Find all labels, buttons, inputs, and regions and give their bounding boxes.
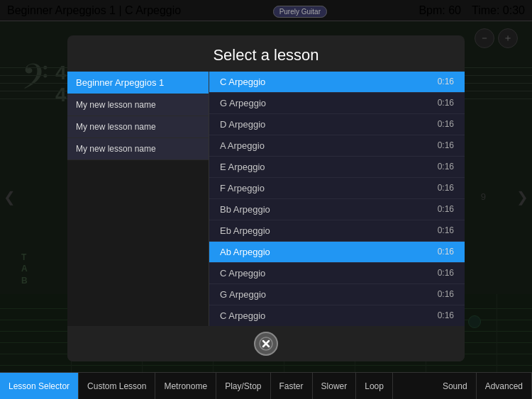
bpm-display: Bpm: 60 — [419, 4, 461, 17]
lesson-item-3[interactable]: My new lesson name — [67, 138, 209, 160]
track-name-3: A Arpeggio — [220, 140, 265, 151]
track-item-5[interactable]: F Arpeggio0:16 — [209, 178, 465, 199]
track-name-10: G Arpeggio — [220, 289, 266, 300]
titlebar: Beginner Arpeggios 1 | C Arpeggio Purely… — [0, 0, 532, 21]
custom-lesson-button[interactable]: Custom Lesson — [79, 373, 155, 399]
track-item-2[interactable]: D Arpeggio0:16 — [209, 114, 465, 135]
track-item-11[interactable]: C Arpeggio0:16 — [209, 305, 465, 326]
track-time-9: 0:16 — [438, 268, 454, 279]
toolbar-spacer — [393, 373, 434, 399]
sound-button[interactable]: Sound — [434, 373, 477, 399]
logo: Purely Guitar — [273, 4, 327, 17]
track-list[interactable]: C Arpeggio0:16G Arpeggio0:16D Arpeggio0:… — [209, 72, 465, 326]
track-time-7: 0:16 — [438, 225, 454, 236]
track-time-1: 0:16 — [438, 98, 454, 108]
lesson-selector-button[interactable]: Lesson Selector — [0, 373, 79, 399]
track-item-7[interactable]: Eb Arpeggio0:16 — [209, 220, 465, 242]
modal-content: Beginner Arpeggios 1My new lesson nameMy… — [67, 72, 465, 326]
loop-button[interactable]: Loop — [356, 373, 393, 399]
toolbar: Lesson SelectorCustom LessonMetronomePla… — [0, 372, 532, 399]
track-name-0: C Arpeggio — [220, 77, 265, 87]
track-time-3: 0:16 — [438, 140, 454, 151]
track-item-1[interactable]: G Arpeggio0:16 — [209, 93, 465, 114]
track-item-3[interactable]: A Arpeggio0:16 — [209, 135, 465, 157]
close-button[interactable] — [254, 332, 278, 356]
modal-title: Select a lesson — [67, 35, 465, 72]
faster-button[interactable]: Faster — [271, 373, 313, 399]
lesson-item-2[interactable]: My new lesson name — [67, 116, 209, 138]
track-name-5: F Arpeggio — [220, 183, 265, 193]
lesson-selector-modal: Select a lesson Beginner Arpeggios 1My n… — [67, 35, 465, 361]
lesson-item-1[interactable]: My new lesson name — [67, 94, 209, 116]
track-time-0: 0:16 — [438, 77, 454, 87]
track-time-4: 0:16 — [438, 162, 454, 172]
slower-button[interactable]: Slower — [313, 373, 357, 399]
track-name-4: E Arpeggio — [220, 162, 265, 172]
metronome-button[interactable]: Metronome — [155, 373, 216, 399]
track-time-2: 0:16 — [438, 119, 454, 130]
track-time-5: 0:16 — [438, 183, 454, 193]
title-text: Beginner Arpeggios 1 | C Arpeggio — [7, 4, 181, 17]
track-name-2: D Arpeggio — [220, 119, 265, 130]
track-time-6: 0:16 — [438, 204, 454, 215]
track-time-11: 0:16 — [438, 310, 454, 321]
lesson-item-0[interactable]: Beginner Arpeggios 1 — [67, 72, 209, 94]
advanced-button[interactable]: Advanced — [477, 373, 532, 399]
lesson-list[interactable]: Beginner Arpeggios 1My new lesson nameMy… — [67, 72, 209, 326]
modal-overlay: Select a lesson Beginner Arpeggios 1My n… — [0, 21, 532, 372]
track-item-8[interactable]: Ab Arpeggio0:16 — [209, 242, 465, 263]
track-name-11: C Arpeggio — [220, 310, 265, 321]
track-item-4[interactable]: E Arpeggio0:16 — [209, 157, 465, 178]
track-item-10[interactable]: G Arpeggio0:16 — [209, 284, 465, 305]
track-name-8: Ab Arpeggio — [220, 247, 270, 257]
track-item-0[interactable]: C Arpeggio0:16 — [209, 72, 465, 93]
track-item-9[interactable]: C Arpeggio0:16 — [209, 263, 465, 284]
track-item-6[interactable]: Bb Arpeggio0:16 — [209, 199, 465, 220]
close-button-container — [67, 326, 465, 361]
track-name-1: G Arpeggio — [220, 98, 266, 108]
track-name-6: Bb Arpeggio — [220, 204, 270, 215]
track-name-7: Eb Arpeggio — [220, 225, 270, 236]
bpm-time: Bpm: 60 Time: 0:30 — [419, 4, 525, 17]
track-time-10: 0:16 — [438, 289, 454, 300]
time-display: Time: 0:30 — [472, 4, 525, 17]
track-time-8: 0:16 — [438, 247, 454, 257]
track-name-9: C Arpeggio — [220, 268, 265, 279]
play-stop-button[interactable]: Play/Stop — [216, 373, 270, 399]
